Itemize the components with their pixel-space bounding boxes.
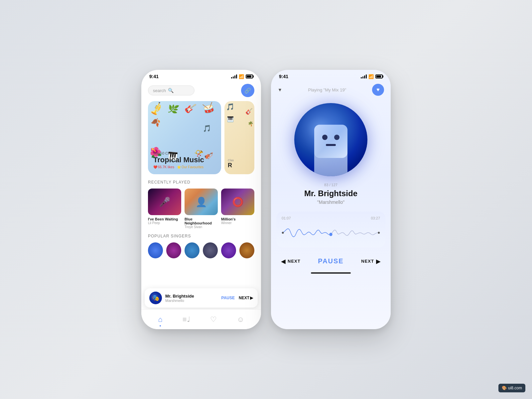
status-icons-right: 📶 xyxy=(361,74,383,79)
millions-artist: Winner xyxy=(221,221,254,225)
search-input[interactable]: search 🔍 xyxy=(148,85,195,95)
leaf-icon: 🌿 xyxy=(167,102,180,115)
album-art[interactable] xyxy=(294,103,367,176)
search-icon: 🔍 xyxy=(168,88,174,93)
prev-button[interactable]: ◀ NEXT xyxy=(281,258,301,265)
heart-icon: ❤️ xyxy=(153,165,157,169)
heart-favorite-button[interactable]: ♥ xyxy=(372,84,384,96)
home-nav-icon: ⌂ xyxy=(158,315,162,324)
card-meta: ❤️ 66.7K likes ⭐ Our Favourites xyxy=(153,165,204,169)
played-label: PLAYED xyxy=(173,180,190,185)
favs-label: Our Favourites xyxy=(182,165,203,169)
track-counter: 83 / 127 xyxy=(271,183,391,187)
blue-artist: Troye Sivan xyxy=(185,225,218,229)
phone-left: 9:41 📶 search 🔍 🔗 xyxy=(141,70,261,329)
blue-icon: 👤 xyxy=(196,197,207,207)
trumpet-icon: 🎺 xyxy=(148,101,165,117)
dropdown-button[interactable]: ▼ xyxy=(278,87,282,92)
singer-3-avatar[interactable] xyxy=(185,242,200,258)
waveform[interactable] xyxy=(282,223,380,243)
ive-been-thumb: 🎤 xyxy=(148,189,181,215)
nav-playlist[interactable]: ≡♩ xyxy=(183,315,190,324)
recent-item-ive-been[interactable]: 🎤 I've Been Waiting Lil Peep xyxy=(148,189,181,229)
star-icon: ⭐ xyxy=(177,165,181,169)
recent-item-blue[interactable]: 👤 Blue Neighbourhood Troye Sivan xyxy=(185,189,218,229)
bottom-nav: ⌂ ≡♩ ♡ ☺ xyxy=(141,309,261,329)
search-row: search 🔍 🔗 xyxy=(148,84,254,97)
singer-2-avatar[interactable] xyxy=(166,242,181,258)
np-next-arrow: ▶ xyxy=(250,296,253,300)
np-next-label: NEXT xyxy=(239,296,249,300)
next-label: NEXT xyxy=(361,259,374,264)
player-controls: ◀ NEXT PAUSE NEXT ▶ xyxy=(271,254,391,268)
nav-profile[interactable]: ☺ xyxy=(237,315,244,324)
time-row: 01:07 03:27 xyxy=(282,216,380,220)
battery-icon xyxy=(246,74,253,78)
player-header: ▼ Playing "My Mix 19" ♥ xyxy=(271,81,391,100)
likes-count: 66.7K likes xyxy=(158,165,174,169)
millions-bg: ⭕ xyxy=(221,189,254,215)
next-button[interactable]: NEXT ▶ xyxy=(361,258,381,265)
next-arrow: ▶ xyxy=(376,258,381,265)
classical-card[interactable]: 🎵 🎸 🎹 🌴 Clas R xyxy=(224,101,254,174)
popular-singers-header: POPULAR SINGERS xyxy=(148,233,254,238)
svg-point-2 xyxy=(378,232,380,234)
nav-home[interactable]: ⌂ xyxy=(158,315,162,324)
marshmello-eyes-container xyxy=(322,135,339,140)
left-eye xyxy=(322,135,328,140)
guitar-icon2: 🎸 xyxy=(245,108,253,115)
singer-4-avatar[interactable] xyxy=(203,242,218,258)
now-playing-info: Mr. Brightside Marshmello xyxy=(165,294,218,303)
nav-favorites[interactable]: ♡ xyxy=(210,315,217,324)
blue-title: Blue Neighbourhood xyxy=(185,217,218,225)
settings-button[interactable]: 🔗 xyxy=(241,84,254,97)
blue-bg: 👤 xyxy=(185,189,218,215)
now-playing-bar[interactable]: 🎭 Mr. Brightside Marshmello PAUSE NEXT ▶ xyxy=(145,288,258,308)
battery-icon-right xyxy=(375,74,383,78)
watermark-icon: 🎨 xyxy=(502,386,507,390)
right-eye xyxy=(334,135,339,140)
piano-icon2: 🎹 xyxy=(227,116,234,122)
status-bar-right: 9:41 📶 xyxy=(271,70,391,81)
leaf-icon2: 🌴 xyxy=(248,121,253,126)
np-pause-button[interactable]: PAUSE xyxy=(221,296,235,300)
recently-played-header: RECENTLY PLAYED xyxy=(148,180,254,185)
search-text: search xyxy=(153,88,166,93)
ive-been-title: I've Been Waiting xyxy=(148,217,181,221)
time-left: 9:41 xyxy=(149,74,159,79)
singers-label: SINGERS xyxy=(171,234,191,238)
music-icon2: 🎵 xyxy=(226,103,234,111)
time-current: 01:07 xyxy=(282,216,291,220)
secondary-instruments: 🎵 🎸 🎹 🌴 xyxy=(224,101,254,130)
watermark: 🎨 ui8.com xyxy=(498,384,525,392)
heart-icon-player: ♥ xyxy=(376,87,380,93)
phone-right: 9:41 📶 ▼ Playing "My Mix 19" ♥ xyxy=(271,70,391,329)
pause-button[interactable]: PAUSE xyxy=(318,257,343,265)
singer-1-avatar[interactable] xyxy=(148,242,163,258)
now-playing-thumb: 🎭 xyxy=(149,292,162,304)
secondary-card-text: Clas R xyxy=(228,159,234,169)
singer-6-avatar[interactable] xyxy=(239,242,254,258)
recent-item-millions[interactable]: ⭕ Million's Winner xyxy=(221,189,254,229)
singer-5-avatar[interactable] xyxy=(221,242,236,258)
signal-icon-right xyxy=(361,74,367,78)
recently-played-section: RECENTLY PLAYED 🎤 I've Been Waiting Lil … xyxy=(148,180,254,229)
leaf2-icon: 🍂 xyxy=(150,116,161,128)
heart-nav-icon: ♡ xyxy=(210,315,217,324)
track-name: Mr. Brightside xyxy=(271,189,391,198)
now-playing-artist: Marshmello xyxy=(165,299,218,303)
time-right: 9:41 xyxy=(279,74,288,79)
popular-singers-section: POPULAR SINGERS xyxy=(148,233,254,258)
featured-cards: 🎺 🌿 🎸 🥁 🍂 🎵 🌺 🎹 📯 🎻 Top 50 Charts Tr xyxy=(148,101,254,174)
tropical-music-card[interactable]: 🎺 🌿 🎸 🥁 🍂 🎵 🌺 🎹 📯 🎻 Top 50 Charts Tr xyxy=(148,101,221,174)
guitar-icon: 🎸 xyxy=(184,102,197,115)
recently-label: RECENTLY xyxy=(148,180,172,185)
status-bar-left: 9:41 📶 xyxy=(141,70,261,81)
waveform-svg xyxy=(282,223,380,243)
drum-icon: 🥁 xyxy=(201,101,215,115)
violin-icon: 🎻 xyxy=(204,151,213,160)
right-phone-content: ▼ Playing "My Mix 19" ♥ xyxy=(271,81,391,324)
pause-label: PAUSE xyxy=(318,257,343,265)
np-next-button[interactable]: NEXT ▶ xyxy=(239,296,253,300)
card-subtitle: Top 50 Charts xyxy=(153,151,204,155)
